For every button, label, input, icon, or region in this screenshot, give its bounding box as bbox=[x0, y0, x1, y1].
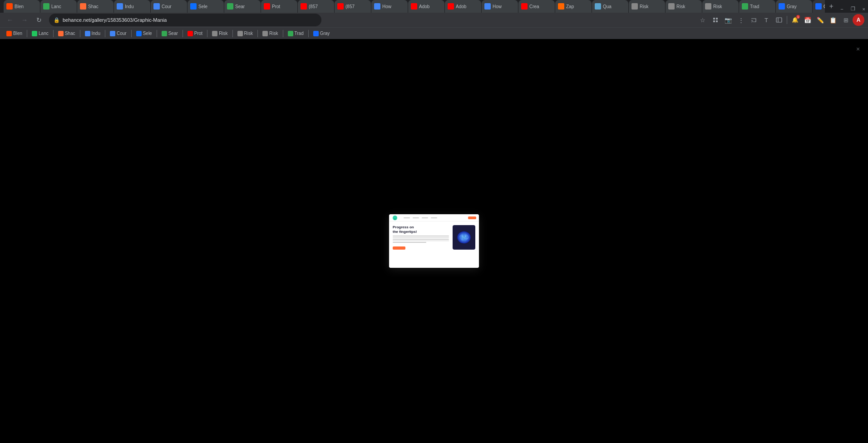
browser-tab-t3[interactable]: Shac bbox=[77, 0, 113, 13]
tab-favicon bbox=[558, 3, 564, 10]
tab-favicon bbox=[521, 3, 528, 10]
browser-tab-t14[interactable]: How bbox=[482, 0, 518, 13]
notifications-badge[interactable]: 🔔 1 bbox=[789, 14, 801, 26]
tab-favicon bbox=[595, 3, 601, 10]
close-overlay-button[interactable]: × bbox=[853, 44, 863, 54]
browser-tab-t16[interactable]: Zap bbox=[555, 0, 592, 13]
bookmark-separator bbox=[182, 30, 183, 37]
bookmark-favicon bbox=[136, 31, 142, 36]
bookmark-item-12[interactable]: Gray bbox=[311, 30, 333, 37]
bookmark-label: Lanc bbox=[39, 31, 49, 36]
bookmark-item-4[interactable]: Cour bbox=[107, 30, 129, 37]
bookmark-item-7[interactable]: Prot bbox=[185, 30, 205, 37]
tab-label: How bbox=[493, 4, 502, 9]
calendar-button[interactable]: 📅 bbox=[802, 14, 814, 26]
browser-tab-t17[interactable]: Qua bbox=[592, 0, 628, 13]
svg-rect-0 bbox=[713, 18, 715, 20]
bookmark-item-0[interactable]: Blen bbox=[4, 30, 25, 37]
address-bar[interactable]: 🔒 behance.net/gallery/158353603/Graphic-… bbox=[49, 14, 321, 26]
browser-tab-t5[interactable]: Cour bbox=[151, 0, 187, 13]
tab-favicon bbox=[117, 3, 123, 10]
bookmark-label: Sele bbox=[143, 31, 152, 36]
back-button[interactable]: ← bbox=[4, 14, 16, 26]
tab-favicon bbox=[43, 3, 49, 10]
browser-tab-t8[interactable]: Prot bbox=[261, 0, 297, 13]
clipboard-button[interactable]: 📋 bbox=[827, 14, 839, 26]
browser-tab-t4[interactable]: Indu bbox=[114, 0, 150, 13]
bookmark-item-3[interactable]: Indu bbox=[82, 30, 103, 37]
browser-tab-t10[interactable]: (857 bbox=[335, 0, 371, 13]
browser-tab-t7[interactable]: Sear bbox=[224, 0, 261, 13]
bookmark-label: Trad bbox=[295, 31, 304, 36]
tab-label: Indu bbox=[125, 4, 133, 9]
close-window-button[interactable]: × bbox=[860, 5, 868, 13]
browser-tab-t23[interactable]: Grap× bbox=[813, 0, 825, 13]
tab-label: Sele bbox=[198, 4, 207, 9]
bookmark-favicon bbox=[313, 31, 319, 36]
browser-tab-t18[interactable]: Risk bbox=[629, 0, 665, 13]
bookmark-label: Sear bbox=[168, 31, 178, 36]
profile-avatar[interactable]: A bbox=[853, 14, 864, 26]
minimize-button[interactable]: − bbox=[838, 5, 846, 13]
tab-label: Cour bbox=[162, 4, 172, 9]
desc-line-1 bbox=[393, 236, 449, 236]
browser-tab-t9[interactable]: (857 bbox=[298, 0, 334, 13]
translate-button[interactable]: T bbox=[760, 14, 772, 26]
bookmark-label: Cour bbox=[117, 31, 127, 36]
cast-button[interactable] bbox=[748, 14, 760, 26]
bookmark-label: Gray bbox=[320, 31, 330, 36]
bookmark-item-5[interactable]: Sele bbox=[133, 30, 155, 37]
svg-rect-4 bbox=[776, 18, 782, 22]
bookmark-item-2[interactable]: Shac bbox=[55, 30, 78, 37]
browser-tab-t20[interactable]: Risk bbox=[702, 0, 739, 13]
tab-favicon bbox=[337, 3, 344, 10]
bookmark-separator bbox=[27, 30, 27, 37]
edit-button[interactable]: ✏️ bbox=[814, 14, 826, 26]
browser-tab-t15[interactable]: Crea bbox=[518, 0, 555, 13]
bookmark-item-6[interactable]: Sear bbox=[159, 30, 181, 37]
bookmark-item-11[interactable]: Trad bbox=[285, 30, 306, 37]
nav-item-2 bbox=[413, 217, 419, 218]
restore-button[interactable]: ❐ bbox=[848, 5, 858, 13]
browser-tab-t22[interactable]: Gray bbox=[776, 0, 812, 13]
preview-navbar bbox=[389, 214, 479, 222]
sidebar-button[interactable] bbox=[773, 14, 785, 26]
bookmark-item-9[interactable]: Risk bbox=[235, 30, 256, 37]
browser-tab-t1[interactable]: Blen bbox=[4, 0, 40, 13]
browser-tab-t11[interactable]: How bbox=[371, 0, 408, 13]
bookmark-label: Risk bbox=[244, 31, 253, 36]
toolbar-actions: ☆ 📷 ⋮ T bbox=[697, 14, 864, 26]
bookmark-label: Risk bbox=[219, 31, 227, 36]
tab-favicon bbox=[484, 3, 491, 10]
more-button[interactable]: ⋮ bbox=[735, 14, 747, 26]
bookmark-label: Shac bbox=[65, 31, 75, 36]
tab-favicon bbox=[668, 3, 675, 10]
star-button[interactable]: ☆ bbox=[697, 14, 709, 26]
browser-tab-t6[interactable]: Sele bbox=[187, 0, 224, 13]
url-text: behance.net/gallery/158353603/Graphic-Ma… bbox=[63, 17, 167, 23]
desc-line-2 bbox=[393, 237, 449, 238]
new-tab-button[interactable]: + bbox=[825, 0, 838, 13]
bookmark-separator bbox=[232, 30, 233, 37]
forward-button[interactable]: → bbox=[18, 14, 31, 26]
tab-favicon bbox=[448, 3, 454, 10]
nav-item-1 bbox=[404, 217, 410, 218]
browser-tab-t19[interactable]: Risk bbox=[666, 0, 702, 13]
tab-label: Grap bbox=[824, 4, 825, 9]
bookmark-item-1[interactable]: Lanc bbox=[29, 30, 51, 37]
svg-rect-3 bbox=[716, 20, 718, 22]
extensions-button[interactable] bbox=[710, 14, 721, 26]
browser-tab-t2[interactable]: Lanc bbox=[40, 0, 77, 13]
tab-favicon bbox=[153, 3, 160, 10]
bookmark-item-10[interactable]: Risk bbox=[260, 30, 281, 37]
screenshot-button[interactable]: 📷 bbox=[722, 14, 734, 26]
browser-tab-t13[interactable]: Adob bbox=[445, 0, 481, 13]
extra-button[interactable]: ⊞ bbox=[840, 14, 852, 26]
browser-tab-t12[interactable]: Adob bbox=[408, 0, 444, 13]
refresh-button[interactable]: ↻ bbox=[33, 14, 45, 26]
bookmark-separator bbox=[105, 30, 105, 37]
bookmark-item-8[interactable]: Risk bbox=[209, 30, 230, 37]
preview-nav-links bbox=[404, 217, 437, 218]
browser-tab-t21[interactable]: Trad bbox=[739, 0, 775, 13]
tab-favicon bbox=[190, 3, 197, 10]
